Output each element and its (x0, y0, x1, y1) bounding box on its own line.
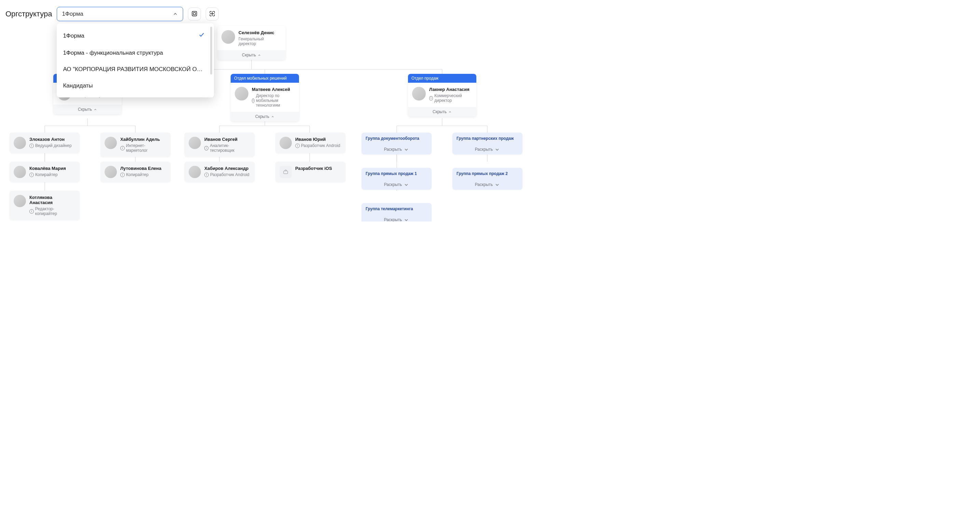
employee-role: iРазработчик Android (204, 172, 250, 177)
group-title: Группа партнерских продаж (452, 132, 522, 144)
fit-screen-icon (209, 10, 216, 18)
employee-role: iРедактор-копирайтер (29, 206, 75, 216)
dropdown-option-label: 1Форма (63, 32, 84, 39)
employee-card[interactable]: Ковалёва Мария iКопирайтер (10, 162, 80, 182)
page-title: Оргструктура (5, 10, 52, 18)
info-icon: i (120, 146, 125, 150)
expand-toggle[interactable]: Раскрыть (452, 144, 522, 155)
info-icon: i (29, 209, 34, 214)
employee-name: Хайбуллин Адель (120, 137, 166, 142)
collapse-toggle[interactable]: Скрыть (53, 105, 122, 114)
chevron-up-icon (448, 110, 452, 113)
briefcase-icon (280, 166, 292, 178)
structure-dropdown: 1Форма 1Форма - функциональная структура… (57, 23, 214, 97)
employee-card[interactable]: Лутовинова Елена iКопирайтер (100, 162, 170, 182)
chevron-up-icon (94, 108, 97, 111)
chevron-down-icon (495, 182, 500, 187)
employee-card[interactable]: Хабиров Александр iРазработчик Android (185, 162, 255, 182)
chevron-up-icon (271, 115, 274, 118)
group-title: Группа прямых продаж 1 (361, 168, 431, 180)
employee-name: Лутовинова Елена (120, 166, 161, 171)
employee-role: iКопирайтер (120, 172, 161, 177)
department-title: Отдел продаж (408, 74, 476, 83)
employee-name: Иванов Юрий (295, 137, 340, 142)
dropdown-option-label: 1Форма - функциональная структура (63, 49, 163, 56)
root-card[interactable]: Селезнёв Денис Генеральный директор Скры… (217, 26, 286, 60)
employee-card[interactable]: Хайбуллин Адель iИнтернет-маркетолог (100, 132, 170, 157)
employee-role: iАналитик-тестировщик (204, 143, 250, 153)
avatar (221, 30, 235, 44)
department-card[interactable]: Отдел мобильных решений Матвеев Алексей … (231, 74, 299, 121)
avatar (235, 87, 248, 100)
expand-toggle[interactable]: Раскрыть (452, 180, 522, 190)
chevron-up-icon (258, 53, 261, 57)
person-name: Матвеев Алексей (252, 87, 295, 92)
chevron-down-icon (404, 147, 409, 152)
employee-name: Котлякова Анастасия (29, 195, 75, 205)
collapse-toggle[interactable]: Скрыть (217, 50, 286, 60)
expand-toggle[interactable]: Раскрыть (361, 144, 431, 155)
info-icon: i (295, 143, 300, 148)
info-icon: i (29, 173, 34, 177)
info-icon: i (120, 173, 125, 177)
employee-name: Хабиров Александр (204, 166, 250, 171)
person-role: Генеральный директор (239, 37, 282, 46)
structure-select-value: 1Форма (62, 11, 83, 18)
person-role: iКоммерческий директор (429, 93, 472, 103)
employee-card[interactable]: Котлякова Анастасия iРедактор-копирайтер (10, 191, 80, 220)
dropdown-option[interactable]: АО "КОРПОРАЦИЯ РАЗВИТИЯ МОСКОВСКОЙ ОБЛАС… (57, 61, 211, 78)
structure-select-trigger[interactable]: 1Форма (57, 7, 183, 21)
employee-name: Злоказов Антон (29, 137, 72, 142)
avatar (14, 137, 26, 149)
department-title: Отдел мобильных решений (231, 74, 299, 83)
info-icon: i (429, 96, 433, 100)
dropdown-option-label: Кандидаты (63, 82, 92, 89)
avatar (14, 195, 26, 207)
avatar (189, 166, 201, 178)
employee-card[interactable]: Злоказов Антон iВедущий дизайнер (10, 132, 80, 153)
dropdown-option-label: АО "КОРПОРАЦИЯ РАЗВИТИЯ МОСКОВСКОЙ ОБЛАС… (63, 66, 205, 73)
group-card[interactable]: Группа прямых продаж 2 Раскрыть (452, 168, 522, 190)
avatar (280, 137, 292, 149)
employee-role: iВедущий дизайнер (29, 143, 72, 148)
collapse-toggle[interactable]: Скрыть (231, 112, 299, 121)
avatar (14, 166, 26, 178)
toolbar: Оргструктура 1Форма 1Форма 1Ф (5, 7, 975, 21)
person-role: iДиректор по мобильным технологиям (252, 93, 295, 108)
employee-name: Разработчик iOS (295, 166, 332, 171)
svg-rect-0 (192, 11, 197, 16)
employee-card[interactable]: Разработчик iOS (275, 162, 345, 182)
expand-toggle[interactable]: Раскрыть (361, 215, 431, 222)
fit-screen-button[interactable] (206, 8, 219, 21)
info-icon: i (29, 143, 34, 148)
person-name: Лакнер Анастасия (429, 87, 472, 92)
info-icon: i (252, 99, 255, 103)
structure-select: 1Форма 1Форма 1Форма - функциональная ст… (57, 7, 183, 21)
avatar (412, 87, 426, 100)
employee-role: iРазработчик Android (295, 143, 340, 148)
group-card[interactable]: Группа прямых продаж 1 Раскрыть (361, 168, 431, 190)
employee-card[interactable]: Иванов Сергей iАналитик-тестировщик (185, 132, 255, 157)
info-icon: i (204, 146, 208, 150)
group-card[interactable]: Группа документооборота Раскрыть (361, 132, 431, 155)
group-card[interactable]: Группа телемаркетинга Раскрыть (361, 203, 431, 222)
svg-rect-2 (283, 171, 288, 174)
department-card[interactable]: Отдел продаж Лакнер Анастасия iКоммерчес… (408, 74, 476, 116)
group-title: Группа телемаркетинга (361, 203, 431, 215)
expand-toggle[interactable]: Раскрыть (361, 180, 431, 190)
employee-card[interactable]: Иванов Юрий iРазработчик Android (275, 132, 345, 153)
collapse-toggle[interactable]: Скрыть (408, 107, 476, 116)
avatar (105, 166, 117, 178)
fullscreen-icon (191, 10, 198, 18)
dropdown-option[interactable]: 1Форма - функциональная структура (57, 45, 211, 61)
chevron-up-icon (173, 11, 178, 17)
fullscreen-button[interactable] (188, 8, 201, 21)
group-card[interactable]: Группа партнерских продаж Раскрыть (452, 132, 522, 155)
scrollbar[interactable] (210, 27, 212, 75)
employee-name: Иванов Сергей (204, 137, 250, 142)
employee-role: iИнтернет-маркетолог (120, 143, 166, 153)
dropdown-option[interactable]: Кандидаты (57, 78, 211, 94)
avatar (189, 137, 201, 149)
group-title: Группа документооборота (361, 132, 431, 144)
dropdown-option[interactable]: 1Форма (57, 27, 211, 45)
